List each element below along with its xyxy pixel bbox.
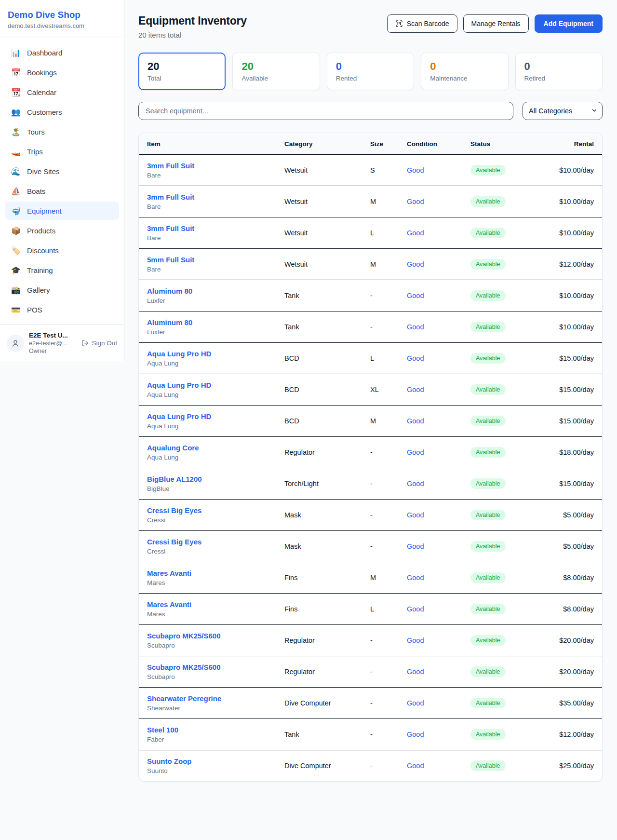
size-cell: L: [362, 343, 399, 374]
sidebar-item-customers[interactable]: 👥Customers: [5, 103, 119, 121]
add-equipment-button[interactable]: Add Equipment: [535, 14, 603, 33]
user-section: E2E Test U... e2e-tester@... Owner Sign …: [0, 324, 124, 362]
condition-link[interactable]: Good: [407, 448, 424, 456]
sidebar-item-discounts[interactable]: 🏷️Discounts: [5, 241, 119, 259]
item-name-link[interactable]: Steel 100: [147, 726, 268, 734]
stat-card-available[interactable]: 20Available: [232, 53, 320, 90]
brand-name[interactable]: Demo Dive Shop: [8, 10, 116, 20]
sidebar-item-gallery[interactable]: 📸Gallery: [5, 281, 119, 299]
condition-link[interactable]: Good: [407, 260, 424, 268]
sign-out-button[interactable]: Sign Out: [81, 339, 117, 347]
item-name-link[interactable]: Shearwater Peregrine: [147, 694, 268, 703]
item-name-link[interactable]: Mares Avanti: [147, 600, 268, 609]
item-name-link[interactable]: 3mm Full Suit: [147, 193, 268, 201]
stat-card-maintenance[interactable]: 0Maintenance: [421, 53, 508, 90]
sidebar-item-label: Dive Sites: [27, 167, 60, 176]
condition-link[interactable]: Good: [407, 166, 424, 174]
category-cell: Tank: [276, 719, 362, 750]
sidebar-item-equipment[interactable]: 🤿Equipment: [5, 202, 119, 220]
status-badge: Available: [470, 447, 506, 458]
sidebar-item-boats[interactable]: ⛵Boats: [5, 182, 119, 200]
stat-label: Retired: [524, 75, 593, 82]
sidebar-item-dive-sites[interactable]: 🌊Dive Sites: [5, 162, 119, 180]
condition-cell: Good: [399, 217, 462, 249]
stat-card-retired[interactable]: 0Retired: [515, 53, 603, 90]
sidebar-item-label: Gallery: [27, 286, 50, 294]
condition-link[interactable]: Good: [407, 511, 424, 519]
table-row: Cressi Big EyesCressiMask-GoodAvailable$…: [139, 500, 602, 531]
condition-link[interactable]: Good: [407, 699, 424, 707]
condition-cell: Good: [399, 249, 462, 280]
column-header-status: Status: [462, 133, 535, 154]
item-name-link[interactable]: Aqua Lung Pro HD: [147, 412, 268, 420]
desert-island-icon: 🏝️: [11, 127, 21, 136]
status-badge: Available: [470, 729, 506, 740]
item-name-link[interactable]: 3mm Full Suit: [147, 162, 268, 170]
sidebar-item-label: POS: [27, 306, 42, 314]
item-name-link[interactable]: Aluminum 80: [147, 287, 268, 295]
item-name-link[interactable]: Cressi Big Eyes: [147, 506, 268, 515]
item-name-link[interactable]: Suunto Zoop: [147, 757, 268, 765]
sidebar-item-tours[interactable]: 🏝️Tours: [5, 122, 119, 141]
condition-link[interactable]: Good: [407, 354, 424, 362]
condition-cell: Good: [399, 186, 462, 217]
condition-link[interactable]: Good: [407, 762, 424, 770]
condition-link[interactable]: Good: [407, 480, 424, 488]
item-cell: 3mm Full SuitBare: [139, 186, 276, 217]
item-name-link[interactable]: 5mm Full Suit: [147, 256, 268, 264]
sidebar-item-trips[interactable]: 🚤Trips: [5, 142, 119, 161]
condition-link[interactable]: Good: [407, 574, 424, 582]
condition-link[interactable]: Good: [407, 386, 424, 393]
stat-card-rented[interactable]: 0Rented: [327, 53, 414, 90]
item-name-link[interactable]: Aqualung Core: [147, 444, 268, 452]
condition-link[interactable]: Good: [407, 292, 424, 299]
category-cell: Wetsuit: [276, 186, 362, 217]
manage-rentals-button[interactable]: Manage Rentals: [463, 14, 529, 33]
category-cell: Regulator: [276, 437, 362, 468]
sidebar-item-label: Customers: [27, 108, 62, 116]
item-brand: Mares: [147, 610, 268, 618]
size-cell: S: [362, 154, 399, 186]
category-select[interactable]: All Categories: [523, 102, 603, 120]
item-cell: Aqualung CoreAqua Lung: [139, 437, 276, 468]
condition-link[interactable]: Good: [407, 668, 424, 676]
condition-link[interactable]: Good: [407, 605, 424, 613]
table-row: 5mm Full SuitBareWetsuitMGoodAvailable$1…: [139, 249, 602, 280]
condition-link[interactable]: Good: [407, 323, 424, 331]
sidebar-item-dashboard[interactable]: 📊Dashboard: [5, 43, 119, 62]
status-badge: Available: [470, 259, 506, 270]
condition-link[interactable]: Good: [407, 198, 424, 205]
item-name-link[interactable]: Scubapro MK25/S600: [147, 663, 268, 671]
condition-link[interactable]: Good: [407, 542, 424, 550]
category-cell: Tank: [276, 280, 362, 312]
stat-card-total[interactable]: 20Total: [138, 53, 226, 90]
search-input[interactable]: [138, 102, 513, 120]
sidebar-item-label: Bookings: [27, 68, 57, 77]
equipment-table: ItemCategorySizeConditionStatusRental 3m…: [139, 133, 602, 781]
item-name-link[interactable]: Aqua Lung Pro HD: [147, 381, 268, 389]
table-header-row: ItemCategorySizeConditionStatusRental: [139, 133, 602, 154]
condition-link[interactable]: Good: [407, 637, 424, 644]
sidebar-item-bookings[interactable]: 📅Bookings: [5, 63, 119, 81]
item-name-link[interactable]: 3mm Full Suit: [147, 224, 268, 232]
sidebar-item-training[interactable]: 🎓Training: [5, 261, 119, 279]
item-brand: Scubapro: [147, 642, 268, 649]
condition-link[interactable]: Good: [407, 229, 424, 237]
item-name-link[interactable]: Mares Avanti: [147, 569, 268, 577]
page-title: Equipment Inventory: [138, 14, 247, 27]
scan-barcode-button[interactable]: Scan Barcode: [387, 14, 457, 33]
sidebar-item-pos[interactable]: 💳POS: [5, 300, 119, 319]
status-badge: Available: [470, 322, 506, 332]
item-name-link[interactable]: Aluminum 80: [147, 318, 268, 326]
sidebar-item-calendar[interactable]: 📆Calendar: [5, 83, 119, 101]
item-name-link[interactable]: BigBlue AL1200: [147, 475, 268, 483]
item-name-link[interactable]: Aqua Lung Pro HD: [147, 350, 268, 358]
status-cell: Available: [462, 656, 535, 688]
condition-link[interactable]: Good: [407, 417, 424, 425]
condition-link[interactable]: Good: [407, 731, 424, 738]
item-name-link[interactable]: Scubapro MK25/S600: [147, 632, 268, 640]
item-name-link[interactable]: Cressi Big Eyes: [147, 538, 268, 546]
sidebar-item-products[interactable]: 📦Products: [5, 221, 119, 240]
status-badge: Available: [470, 510, 506, 520]
status-badge: Available: [470, 666, 506, 677]
